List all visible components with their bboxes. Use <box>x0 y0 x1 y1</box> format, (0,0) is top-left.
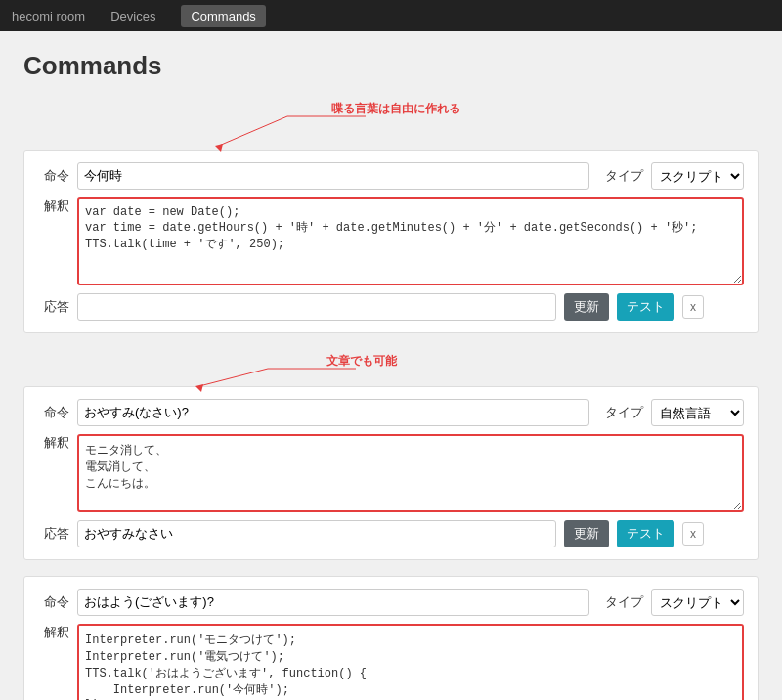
script-label-2: 解釈 <box>38 434 69 452</box>
type-select-1[interactable]: スクリプト 自然言語 <box>651 162 744 190</box>
command-input-2[interactable] <box>77 399 589 426</box>
command-input-3[interactable] <box>77 589 589 616</box>
script-textarea-2[interactable]: モニタ消して、 電気消して、 こんにちは。 <box>77 434 744 512</box>
type-select-3[interactable]: スクリプト 自然言語 <box>651 589 744 616</box>
delete-button-1[interactable]: x <box>682 295 704 319</box>
command-label-1: 命令 <box>38 167 69 185</box>
page-title: Commands <box>23 51 759 81</box>
command-label-2: 命令 <box>38 404 69 421</box>
nav-devices[interactable]: Devices <box>101 5 165 27</box>
script-textarea-1[interactable]: var date = new Date(); var time = date.g… <box>77 197 744 285</box>
annotation-1-container: 喋る言葉は自由に作れる <box>23 97 759 150</box>
command-row-1: 命令 タイプ スクリプト 自然言語 <box>38 162 744 190</box>
svg-line-4 <box>199 369 268 386</box>
response-label-2: 応答 <box>38 525 69 543</box>
response-label-1: 応答 <box>38 298 69 316</box>
navbar: hecomi room Devices Commands <box>0 0 782 31</box>
script-row-2: 解釈 モニタ消して、 電気消して、 こんにちは。 <box>38 434 744 512</box>
command-row-2: 命令 タイプ スクリプト 自然言語 <box>38 399 744 426</box>
script-row-1: 解釈 var date = new Date(); var time = dat… <box>38 197 744 285</box>
svg-line-1 <box>219 116 287 146</box>
annotation-second-arrow <box>23 349 766 386</box>
type-label-2: タイプ <box>605 404 643 421</box>
annotation-first-arrow <box>23 97 766 150</box>
command-block-1: 命令 タイプ スクリプト 自然言語 解釈 var date = new Date… <box>23 150 759 333</box>
response-input-2[interactable] <box>77 520 556 547</box>
command-label-3: 命令 <box>38 593 69 611</box>
type-label-3: タイプ <box>605 593 643 611</box>
command-row-3: 命令 タイプ スクリプト 自然言語 <box>38 589 744 616</box>
command-block-2: 命令 タイプ スクリプト 自然言語 解釈 モニタ消して、 電気消して、 こんにち… <box>23 386 759 560</box>
script-textarea-3[interactable]: Interpreter.run('モニタつけて'); Interpreter.r… <box>77 624 744 700</box>
nav-commands[interactable]: Commands <box>181 5 265 27</box>
type-label-1: タイプ <box>605 167 643 185</box>
script-label-3: 解釈 <box>38 624 69 641</box>
response-row-2: 応答 更新 テスト x <box>38 520 744 547</box>
command-input-1[interactable] <box>77 162 589 190</box>
type-select-2[interactable]: スクリプト 自然言語 <box>651 399 744 426</box>
update-button-1[interactable]: 更新 <box>564 293 609 321</box>
brand-text: hecomi room <box>12 9 85 23</box>
delete-button-2[interactable]: x <box>682 522 704 546</box>
update-button-2[interactable]: 更新 <box>564 520 609 547</box>
annotation-2-container: 文章でも可能 <box>23 349 759 386</box>
main-content: Commands 喋る言葉は自由に作れる 命令 タイプ スクリプト 自然言語 <box>0 31 782 700</box>
test-button-2[interactable]: テスト <box>617 520 674 547</box>
script-label-1: 解釈 <box>38 197 69 215</box>
test-button-1[interactable]: テスト <box>617 293 674 321</box>
command-block-3: 命令 タイプ スクリプト 自然言語 解釈 Interpreter.run('モニ… <box>23 576 759 700</box>
script-row-3: 解釈 Interpreter.run('モニタつけて'); Interprete… <box>38 624 744 700</box>
response-input-1[interactable] <box>77 293 556 321</box>
response-row-1: 応答 更新 テスト x <box>38 293 744 321</box>
